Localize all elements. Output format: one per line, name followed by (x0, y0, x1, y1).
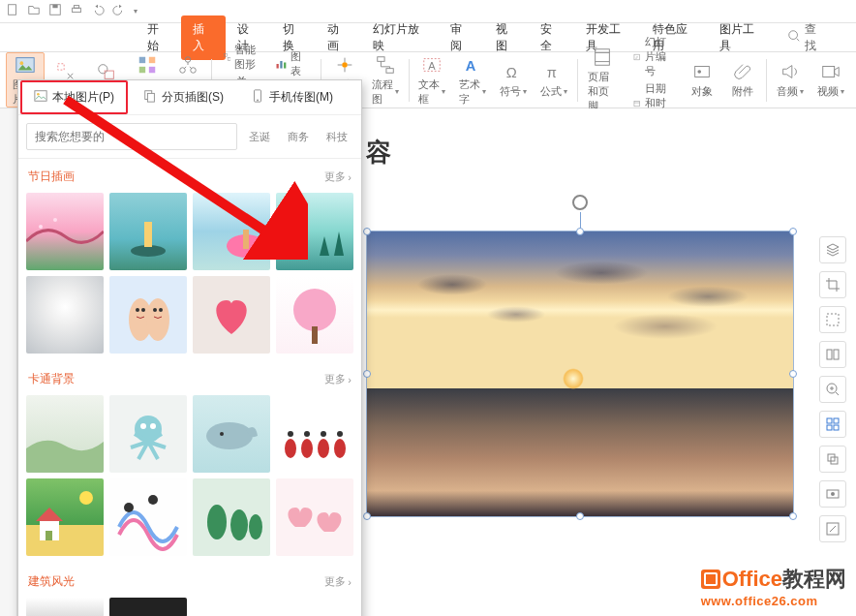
resize-handle-ne[interactable] (789, 228, 797, 235)
svg-point-98 (831, 492, 835, 496)
qat-redo-icon[interactable] (112, 3, 126, 19)
object-icon (691, 61, 713, 82)
search-icon (787, 29, 801, 46)
svg-marker-78 (36, 508, 63, 521)
equation-icon: π (543, 61, 565, 82)
tool-edit[interactable] (819, 515, 846, 542)
picture-thumb[interactable] (276, 193, 353, 270)
svg-rect-94 (834, 425, 839, 430)
ribbon-smartart-button[interactable]: 智能图形 (224, 43, 258, 72)
flow-icon (375, 54, 396, 76)
dropdown-paged-picture[interactable]: 分页插图(S) (130, 80, 237, 114)
picture-thumb[interactable] (26, 395, 104, 473)
chip-christmas[interactable]: 圣诞 (243, 128, 276, 146)
ribbon-symbol-button[interactable]: Ω 符号▾ (494, 52, 533, 108)
picture-thumb[interactable] (26, 598, 104, 616)
picture-thumb[interactable] (26, 478, 104, 556)
tool-crop[interactable] (819, 271, 846, 298)
ribbon-attach-button[interactable]: 附件 (723, 52, 762, 108)
picture-thumb[interactable] (193, 193, 270, 270)
tool-arrange[interactable] (819, 411, 846, 438)
ribbon-equation-button[interactable]: π 公式▾ (535, 52, 573, 108)
ribbon-flow-button[interactable]: 流程图▾ (366, 52, 405, 108)
qat-undo-icon[interactable] (91, 3, 105, 19)
ribbon-wordart-button[interactable]: A 艺术字▾ (453, 52, 492, 108)
selected-image[interactable] (366, 231, 794, 517)
ribbon-headerfooter-button[interactable]: 页眉和页脚 (582, 52, 624, 108)
ribbon-chart-button[interactable]: 图表 (275, 49, 309, 78)
picture-thumb[interactable] (109, 478, 187, 556)
slide-thumbnails-strip[interactable] (0, 108, 17, 616)
resize-handle-n[interactable] (576, 228, 584, 235)
svg-point-69 (285, 439, 296, 458)
qat-new-icon[interactable] (6, 3, 19, 19)
qat-open-icon[interactable] (27, 3, 41, 19)
svg-point-75 (321, 431, 326, 437)
dropdown-search-row: 圣诞 商务 科技 (18, 115, 361, 159)
image-clouds (367, 249, 793, 368)
svg-point-65 (140, 423, 146, 429)
category-festival-more[interactable]: 更多 › (324, 169, 352, 184)
video-icon (820, 61, 841, 82)
resize-handle-w[interactable] (363, 370, 371, 378)
svg-point-80 (79, 491, 93, 505)
svg-rect-14 (149, 66, 155, 72)
tool-layers[interactable] (819, 236, 846, 263)
picture-thumb[interactable] (276, 478, 353, 556)
ribbon-video-button[interactable]: 视频▾ (811, 52, 850, 108)
picture-thumb[interactable] (109, 276, 187, 354)
separator (766, 59, 767, 102)
svg-point-49 (257, 100, 259, 102)
tool-flip[interactable] (819, 341, 846, 368)
category-architecture-more[interactable]: 更多 › (324, 574, 352, 589)
tool-zoom[interactable] (819, 376, 846, 403)
picture-thumb[interactable] (26, 276, 104, 354)
resize-handle-s[interactable] (576, 512, 584, 520)
dropdown-local-picture[interactable]: 本地图片(P) (20, 80, 128, 114)
picture-search-input[interactable] (26, 123, 237, 150)
svg-rect-87 (827, 314, 839, 325)
picture-thumb[interactable] (26, 193, 104, 270)
category-cartoon-more[interactable]: 更多 › (324, 372, 352, 386)
picture-thumb[interactable] (193, 276, 270, 354)
qat-save-icon[interactable] (48, 3, 62, 19)
picture-thumb[interactable] (193, 395, 270, 473)
tool-group[interactable] (819, 446, 846, 473)
picture-thumb[interactable] (109, 598, 187, 616)
svg-point-59 (141, 308, 145, 312)
slide-canvas[interactable]: 容 (362, 108, 856, 616)
resize-handle-se[interactable] (789, 512, 797, 520)
ribbon-audio-button[interactable]: 音频▾ (771, 52, 810, 108)
svg-rect-11 (139, 56, 145, 62)
ribbon-textbox-button[interactable]: A 文本框▾ (413, 52, 451, 108)
ribbon-object-button[interactable]: 对象 (683, 52, 721, 108)
ribbon-chart-label: 图表 (290, 49, 309, 78)
dropdown-local-picture-label: 本地图片(P) (52, 89, 114, 106)
chip-tech[interactable]: 科技 (321, 128, 353, 146)
qat-print-icon[interactable] (70, 3, 83, 19)
tool-reset[interactable] (819, 306, 846, 333)
headerfooter-icon (592, 46, 613, 68)
picture-thumb[interactable] (109, 193, 187, 270)
resize-handle-e[interactable] (789, 370, 797, 378)
category-architecture-grid (18, 594, 361, 616)
ribbon-tabs: 开始 插入 设计 切换 动画 幻灯片放映 审阅 视图 安全 开发工具 特色应用 … (0, 23, 856, 52)
category-festival: 节日插画 更多 › (18, 159, 361, 189)
dropdown-phone-picture[interactable]: 手机传图(M) (237, 80, 347, 114)
ribbon-slideno-button[interactable]: #幻灯片编号 (633, 35, 673, 78)
chip-business[interactable]: 商务 (282, 128, 315, 146)
resize-handle-nw[interactable] (363, 228, 371, 235)
svg-rect-63 (312, 326, 318, 344)
picture-thumb[interactable] (109, 395, 187, 473)
rotate-handle[interactable] (572, 195, 588, 210)
svg-rect-41 (695, 67, 710, 77)
resize-handle-sw[interactable] (363, 512, 371, 520)
tool-contrast[interactable] (819, 480, 846, 508)
picture-icon (15, 54, 36, 76)
picture-thumb[interactable] (193, 478, 270, 556)
svg-point-85 (249, 514, 262, 539)
picture-thumb[interactable] (276, 395, 353, 473)
picture-thumb[interactable] (276, 276, 353, 354)
svg-rect-24 (284, 62, 286, 68)
textbox-icon: A (421, 54, 443, 76)
